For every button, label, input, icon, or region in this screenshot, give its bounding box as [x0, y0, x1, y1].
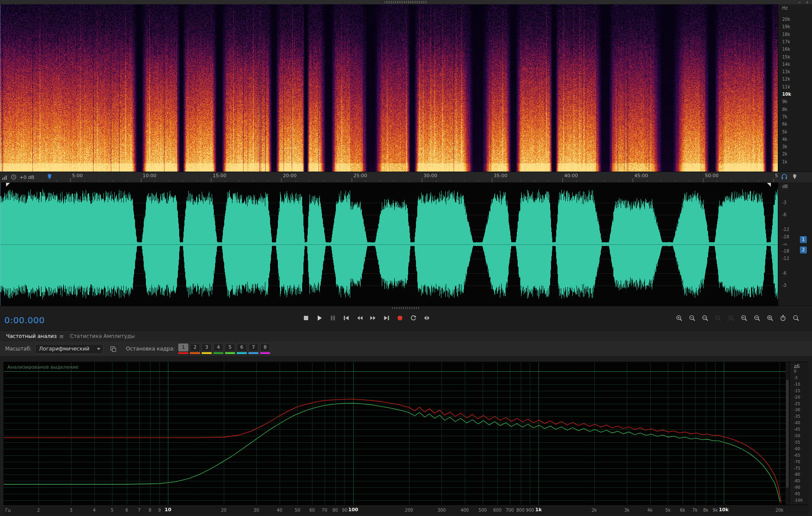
nav-zoom-out-button[interactable]: −: [796, 0, 802, 4]
frame-hold-number: 2: [190, 344, 200, 351]
graph-vertical-scrollbar[interactable]: [786, 362, 789, 505]
zoom-in-left-edge-icon: [741, 315, 748, 321]
scrollbar-grip[interactable]: [786, 380, 789, 488]
tab-frequency-analysis[interactable]: Частотный анализ: [4, 333, 58, 339]
scale-dropdown-value: Логарифмический: [39, 346, 89, 352]
frequency-axis-tick: 5k: [665, 508, 670, 513]
db-axis: дБ 0-5-10-15-20-25-30-35-40-45-50-55-60-…: [789, 362, 809, 505]
clock-icon[interactable]: [11, 173, 16, 182]
db-axis-tick: -50: [794, 434, 800, 438]
skip-to-end-button[interactable]: [383, 314, 390, 322]
channel-1-button[interactable]: 1: [800, 236, 807, 243]
scale-dropdown[interactable]: Логарифмический: [35, 344, 103, 354]
frame-hold-2-button[interactable]: 2: [190, 344, 200, 354]
frequency-axis-tick: 70: [322, 508, 327, 513]
spectrogram-canvas[interactable]: [0, 4, 778, 172]
panel-menu-icon[interactable]: ≡: [59, 333, 64, 340]
scrollbar-grip[interactable]: [384, 1, 428, 3]
timeline-ruler[interactable]: [0, 172, 778, 183]
frame-hold-4-button[interactable]: 4: [213, 344, 223, 354]
zoom-timer-icon: [780, 315, 786, 321]
levels-meter-icon[interactable]: [2, 173, 8, 182]
frequency-tick-label: 17k: [782, 40, 790, 44]
db-axis-tick: -55: [794, 441, 800, 445]
rewind-button[interactable]: [356, 314, 364, 322]
frequency-tick-label: 15k: [782, 55, 790, 59]
zoom-selection-full-button[interactable]: [766, 314, 774, 322]
play-button[interactable]: [316, 314, 323, 322]
frequency-tick-label: 11k: [782, 85, 790, 89]
tab-amplitude-statistics[interactable]: Статистика Амплитуды: [68, 333, 137, 339]
zoom-out-icon: [689, 315, 696, 321]
frequency-axis-tick: 60: [309, 508, 315, 513]
frequency-tick-label: 16k: [782, 47, 790, 52]
frequency-tick-label: 1k: [782, 160, 787, 164]
selection-handle-left[interactable]: [6, 183, 10, 187]
frequency-tick-label: 14k: [782, 62, 790, 67]
audition-window: − + Hz 20k19k18k17k16k15k14k13k12k11k10k…: [0, 0, 812, 516]
panel-resize-grip[interactable]: [392, 307, 420, 309]
frame-hold-1-button[interactable]: 1: [178, 344, 188, 354]
frame-hold-color-swatch: [260, 352, 270, 354]
frequency-plot-canvas[interactable]: [4, 362, 786, 505]
marker-icon[interactable]: [792, 173, 797, 182]
playhead[interactable]: [0, 182, 0, 306]
timeline-ruler-row: +0 dB: [0, 172, 812, 183]
zoom-out-button[interactable]: [688, 314, 696, 322]
frequency-axis-tick: 8k: [703, 508, 708, 513]
frame-hold-5-button[interactable]: 5: [225, 344, 235, 354]
loop-playback-button[interactable]: [409, 314, 417, 322]
zoom-amplitude-button[interactable]: [727, 314, 735, 322]
nav-zoom-in-button[interactable]: +: [804, 0, 810, 4]
zoom-in-button[interactable]: [675, 314, 683, 322]
current-time-display[interactable]: 0:00.000: [4, 315, 45, 325]
zoom-full-button[interactable]: [792, 314, 800, 322]
play-icon: [316, 315, 323, 321]
skip-selection-button[interactable]: [423, 314, 431, 322]
selection-handle-right[interactable]: [767, 183, 771, 187]
waveform-canvas[interactable]: [0, 182, 778, 306]
copy-data-button[interactable]: [109, 344, 117, 353]
frequency-axis-tick: 9k: [712, 508, 718, 513]
db-tick-label: -3: [782, 283, 786, 288]
playhead[interactable]: [0, 4, 0, 172]
db-axis-tick: -95: [794, 492, 800, 496]
frequency-axis-tick: 300: [438, 508, 446, 513]
frequency-axis-tick: 7k: [693, 508, 698, 513]
frame-hold-8-button[interactable]: 8: [260, 344, 270, 354]
pin-marker-icon[interactable]: [47, 173, 52, 182]
db-axis-tick: -90: [794, 486, 800, 490]
ruler-left-controls: +0 dB: [2, 173, 52, 182]
frame-hold-3-button[interactable]: 3: [202, 344, 212, 354]
frequency-analysis-graph: Анализированое выделение дБ 0-5-10-15-20…: [3, 362, 809, 505]
pause-button[interactable]: [329, 314, 337, 322]
frequency-tick-label: 10k: [782, 92, 791, 97]
frame-hold-7-button[interactable]: 7: [248, 344, 258, 354]
frame-hold-color-swatch: [202, 352, 212, 354]
frame-hold-label: Остановка кадра:: [126, 346, 175, 352]
gain-label[interactable]: +0 dB: [19, 175, 34, 180]
transport-buttons: [302, 314, 431, 322]
db-tick-label: -12: [782, 227, 789, 232]
scale-label: Масштаб:: [5, 346, 32, 352]
fast-forward-icon: [370, 315, 377, 321]
zoom-timer-button[interactable]: [779, 314, 787, 322]
zoom-in-left-edge-button[interactable]: [740, 314, 748, 322]
zoom-toolbar: [675, 314, 800, 322]
db-axis-tick: -65: [794, 454, 800, 458]
stop-button[interactable]: [302, 314, 310, 322]
frame-hold-6-button[interactable]: 6: [237, 344, 247, 354]
frequency-axis-tick: 800: [516, 508, 525, 513]
record-button[interactable]: [396, 314, 404, 322]
skip-to-start-button[interactable]: [342, 314, 350, 322]
fast-forward-button[interactable]: [369, 314, 377, 322]
channel-2-button[interactable]: 2: [800, 247, 807, 253]
transport-bar: 0:00.000: [0, 306, 812, 331]
zoom-to-selection-button[interactable]: [701, 314, 709, 322]
zoom-reset-button[interactable]: [714, 314, 722, 322]
zoom-in-right-edge-button[interactable]: [753, 314, 761, 322]
frequency-axis-tick: 50: [295, 508, 300, 513]
monitor-headphones-icon[interactable]: [781, 173, 788, 182]
waveform-display-row: dB -3-6-12-18-∞-18-12-6-312: [0, 182, 812, 306]
frame-hold-color-swatch: [178, 352, 188, 354]
